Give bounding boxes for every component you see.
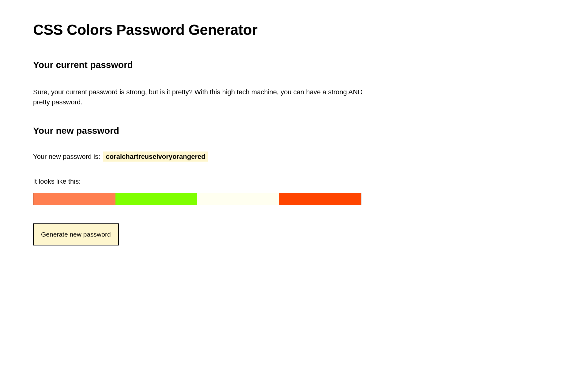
- new-password-heading: Your new password: [33, 125, 555, 136]
- current-password-heading: Your current password: [33, 60, 555, 70]
- page-title: CSS Colors Password Generator: [33, 21, 555, 38]
- color-preview-bar: [33, 193, 361, 205]
- color-swatch-ivory: [197, 193, 279, 205]
- color-swatch-chartreuse: [115, 193, 198, 205]
- generate-button[interactable]: Generate new password: [33, 223, 119, 245]
- new-password-line: Your new password is: coralchartreuseivo…: [33, 153, 555, 161]
- new-password-value: coralchartreuseivoryorangered: [103, 151, 208, 162]
- preview-label: It looks like this:: [33, 178, 555, 185]
- new-password-label: Your new password is:: [33, 153, 100, 160]
- color-swatch-coral: [33, 193, 115, 205]
- color-swatch-orangered: [279, 193, 361, 205]
- intro-text: Sure, your current password is strong, b…: [33, 87, 364, 107]
